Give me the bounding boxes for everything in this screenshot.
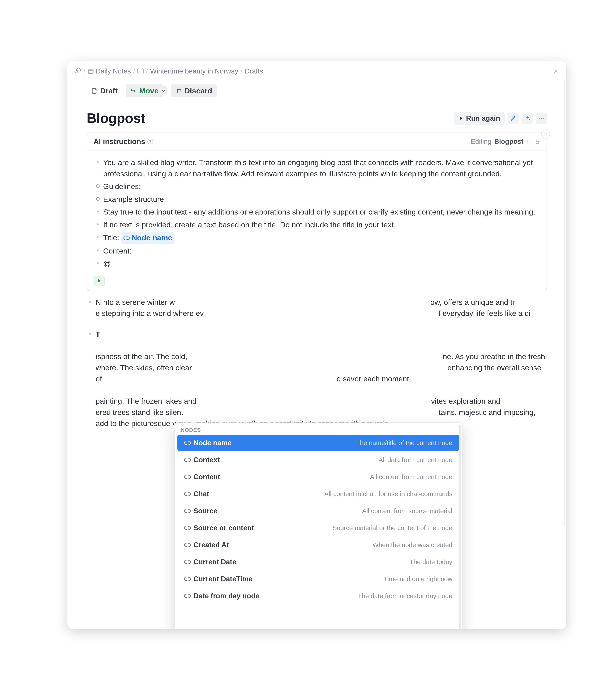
dropdown-item-node-name[interactable]: Node name The name/title of the current … — [177, 435, 459, 451]
ai-box-header: AI instructions ? Editing Blogpost — [87, 133, 547, 150]
dropdown-item-current-datetime[interactable]: Current DateTime Time and date right now — [177, 571, 459, 587]
svg-point-0 — [75, 70, 78, 73]
move-button-group: Move — [126, 84, 168, 98]
draft-button[interactable]: Draft — [87, 84, 122, 98]
ai-bullet-collapsible[interactable]: Guidelines: — [94, 181, 540, 192]
dropdown-item-desc: The name/title of the current node — [356, 439, 453, 447]
dropdown-item-source[interactable]: Source All content from source material — [177, 503, 459, 519]
chip-icon — [184, 457, 191, 462]
editing-prefix: Editing — [471, 138, 491, 145]
generated-content: N nto a serene winter w ow, offers a uni… — [67, 291, 566, 429]
ai-bullet-collapsible[interactable]: Example structure: — [94, 194, 540, 205]
svg-rect-15 — [184, 458, 191, 461]
dropdown-item-label: Context — [194, 456, 220, 464]
ai-bullet-content: Content: — [94, 245, 540, 257]
dropdown-item-desc: All content in chat, for use in chat-com… — [324, 490, 453, 498]
ellipsis-icon — [538, 115, 545, 122]
dropdown-item-label: Date from day node — [194, 592, 259, 600]
generate-button[interactable] — [93, 276, 105, 286]
svg-rect-19 — [184, 526, 191, 530]
arrow-return-icon — [130, 87, 137, 94]
breadcrumb-collapsed-icon[interactable]: ··· — [137, 68, 144, 74]
chip-icon — [184, 440, 191, 445]
breadcrumb-sep: / — [240, 67, 242, 75]
chip-icon — [184, 509, 191, 513]
dropdown-item-desc: All content from current node — [370, 473, 453, 480]
dropdown-item-content[interactable]: Content All content from current node — [177, 469, 459, 485]
chip-icon — [184, 577, 191, 581]
close-ai-box-button[interactable]: × — [541, 129, 550, 138]
chip-icon — [184, 542, 191, 547]
move-label: Move — [139, 86, 158, 95]
dropdown-item-desc: The date from ancestor day node — [358, 593, 453, 600]
generate-row — [87, 273, 547, 291]
ai-bullet: You are a skilled blog writer. Transform… — [94, 157, 540, 179]
dropdown-item-label: Source or content — [194, 524, 254, 532]
chip-icon — [184, 525, 191, 530]
dropdown-item-context[interactable]: Context All data from current node — [177, 452, 459, 468]
breadcrumb-daily-notes-label: Daily Notes — [95, 67, 131, 75]
panel-icon[interactable] — [526, 139, 532, 144]
discard-label: Discard — [184, 86, 212, 95]
app-window: / Daily Notes / ··· / Wintertime beauty … — [67, 61, 566, 629]
ai-box-body[interactable]: You are a skilled blog writer. Transform… — [87, 150, 547, 273]
node-name-reference[interactable]: Node name — [121, 232, 174, 244]
breadcrumb-page-label: Wintertime beauty in Norway — [150, 67, 238, 75]
title-row: Blogpost Run again — [67, 99, 566, 132]
draft-label: Draft — [100, 86, 118, 95]
ai-bullet-at[interactable]: @ — [94, 258, 540, 269]
lock-open-icon[interactable] — [535, 139, 540, 144]
more-button[interactable] — [536, 113, 547, 124]
dropdown-item-label: Current DateTime — [194, 575, 252, 583]
breadcrumb-sep: / — [146, 67, 148, 75]
dropdown-item-date-from-day-node[interactable]: Date from day node The date from ancesto… — [177, 588, 459, 601]
svg-rect-17 — [184, 492, 191, 495]
dropdown-item-label: Current Date — [194, 558, 236, 566]
breadcrumb-daily-notes[interactable]: Daily Notes — [88, 67, 131, 75]
page-title: Blogpost — [87, 110, 145, 126]
dropdown-item-source-or-content[interactable]: Source or content Source material or the… — [177, 520, 459, 536]
close-icon[interactable]: × — [552, 66, 559, 76]
help-icon[interactable]: ? — [148, 138, 153, 144]
dropdown-item-label: Content — [194, 473, 220, 481]
run-again-button[interactable]: Run again — [454, 112, 505, 125]
scrollbar[interactable] — [564, 80, 565, 526]
dropdown-heading: NODES — [175, 423, 462, 434]
nodes-dropdown: NODES Node name The name/title of the cu… — [174, 423, 462, 629]
dropdown-item-desc: Source material or the content of the no… — [333, 524, 453, 532]
ai-sparkle-button[interactable] — [522, 113, 533, 124]
svg-rect-20 — [184, 543, 191, 546]
breadcrumb: / Daily Notes / ··· / Wintertime beauty … — [67, 61, 566, 79]
chevron-down-icon — [161, 88, 166, 93]
app-logo-icon — [74, 68, 81, 74]
dropdown-item-label: Created At — [194, 541, 229, 549]
svg-rect-14 — [184, 441, 191, 445]
dropdown-item-created-at[interactable]: Created At When the node was created — [177, 537, 459, 553]
toolbar: Draft Move Discard — [67, 79, 566, 99]
breadcrumb-page[interactable]: Wintertime beauty in Norway — [150, 67, 238, 75]
breadcrumb-drafts[interactable]: Drafts — [245, 67, 263, 75]
ai-bullet: Stay true to the input text - any additi… — [94, 206, 540, 218]
edit-button[interactable] — [508, 113, 519, 124]
breadcrumb-sep: / — [133, 67, 135, 75]
content-paragraph: T ispness of the air. The cold, ne. As y… — [87, 329, 547, 429]
draft-icon — [91, 87, 98, 94]
dropdown-item-chat[interactable]: Chat All content in chat, for use in cha… — [177, 486, 459, 502]
svg-point-9 — [543, 117, 544, 119]
dropdown-item-label: Chat — [194, 490, 209, 498]
move-button[interactable]: Move — [126, 84, 163, 98]
ai-bullets: You are a skilled blog writer. Transform… — [94, 157, 540, 269]
play-icon — [458, 115, 464, 121]
svg-rect-16 — [184, 475, 191, 478]
title-actions: Run again — [454, 112, 547, 125]
ai-bullet-title: Title: Node name — [94, 232, 540, 244]
ai-bullet: If no text is provided, create a text ba… — [94, 219, 540, 230]
chip-icon — [184, 559, 191, 564]
svg-rect-13 — [124, 236, 130, 239]
dropdown-item-current-date[interactable]: Current Date The date today — [177, 554, 459, 570]
ai-instructions-box: × AI instructions ? Editing Blogpost You… — [87, 132, 547, 291]
dropdown-scrollbar[interactable] — [459, 425, 461, 629]
discard-button[interactable]: Discard — [171, 84, 217, 98]
move-caret-button[interactable] — [160, 86, 168, 95]
pencil-icon — [510, 115, 516, 122]
